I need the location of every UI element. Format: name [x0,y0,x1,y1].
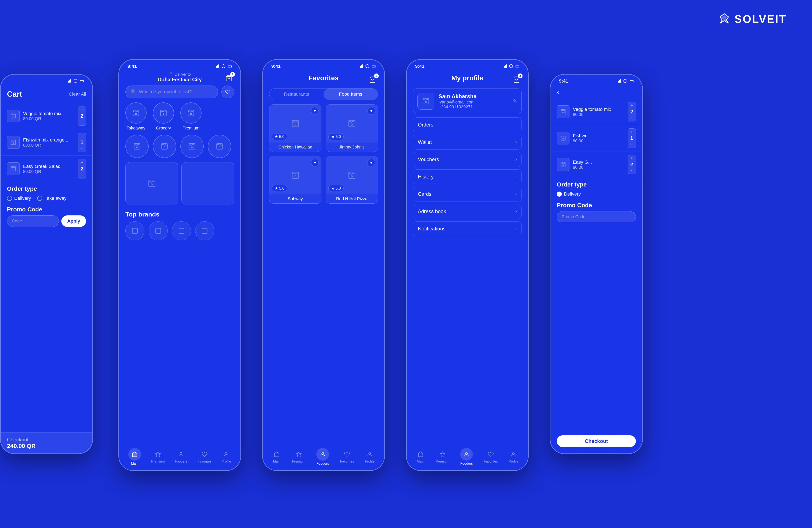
brand-4[interactable] [195,221,214,240]
heart-icon-3[interactable]: ♥ [311,159,319,166]
food-card-1[interactable]: ♥ ★ 5.0 Chicken Hawaiian [269,104,321,152]
brand-2[interactable] [149,221,168,240]
menu-address-book[interactable]: Adress book › [413,204,522,219]
heart-icon-1[interactable]: ♥ [311,107,319,115]
takeaway-radio[interactable] [37,196,42,201]
nav-favs-fooders[interactable]: Fooders [316,448,329,466]
svg-point-51 [563,138,564,139]
menu-orders[interactable]: Orders › [413,117,522,132]
nav-profile[interactable]: Profile [222,450,231,463]
qty2-plus-1[interactable]: + [630,104,633,108]
qty-value-2: 1 [81,139,83,145]
delivery2-option[interactable]: Delivery [557,191,581,197]
nav-main[interactable]: Main [128,448,141,466]
story-3[interactable] [180,135,204,158]
promo2-input[interactable]: Promo Code [557,211,636,222]
rating-badge-3: ★ 5.0 [272,185,287,192]
menu-wallet[interactable]: Wallet › [413,135,522,150]
item2-name-2: Fishwi... [573,133,624,138]
brand-1[interactable] [126,221,144,240]
tab-food-items[interactable]: Food Items [323,89,378,100]
brand-3[interactable] [172,221,191,240]
cart-icon-profile[interactable]: 3 [511,74,522,85]
item-name-3: Easy Greek Salad [23,164,74,169]
takeaway-option[interactable]: Take away [37,196,67,201]
story-1[interactable] [126,135,149,158]
qty-plus-3[interactable]: + [81,161,83,165]
qty2-minus-1[interactable]: - [631,116,632,120]
category-grocery[interactable]: Grocery [153,103,174,131]
qty2-plus-3[interactable]: + [630,156,633,161]
status-bar-favs: 9:41 ⬡ ▭ [263,60,384,71]
qty-minus-3[interactable]: - [81,172,83,177]
nav-fooders[interactable]: Fooders [175,450,187,463]
qty2-minus-3[interactable]: - [631,168,632,173]
menu-cards[interactable]: Cards › [413,187,522,201]
heart-icon-4[interactable]: ♥ [367,159,375,166]
svg-marker-39 [296,452,301,456]
cart-icon-main[interactable]: 3 [223,73,234,84]
heart-icon-2[interactable]: ♥ [367,107,375,115]
nav-favs-favorites[interactable]: Favorites [340,450,354,463]
nav-prof-fooders[interactable]: Fooders [460,448,473,466]
cart-icon-favs[interactable]: 3 [367,74,378,85]
qty-minus-1[interactable]: - [81,120,83,124]
food-card-4[interactable]: ♥ ★ 5.0 Red N Hot Pizza [325,156,378,203]
battery-icon-profile: ▭ [515,63,520,69]
nav-prof-premium[interactable]: Premium [436,450,449,463]
edit-profile-icon[interactable]: ✎ [513,98,517,104]
qty-plus-1[interactable]: + [81,108,83,112]
item2-image-3 [557,158,569,171]
search-bar[interactable]: 🔍 What do you want to eat? [126,86,218,98]
tab-restaurants[interactable]: Restaurants [270,89,323,100]
qty2-stepper-1[interactable]: + 2 - [628,102,636,121]
nav-favorites[interactable]: Favorites [198,450,212,463]
story-2[interactable] [153,135,176,158]
menu-notifications[interactable]: Notifications › [413,221,522,236]
apply-button[interactable]: Apply [61,215,86,227]
back-button[interactable]: ‹ [550,86,642,99]
clear-all-button[interactable]: Clear All [69,91,86,97]
delivery-option[interactable]: Delivery [7,196,31,201]
phone-cart2: 9:41 ⬡ ▭ ‹ Veggie tomato mix 80.00 + 2 - [550,74,643,454]
category-premium[interactable]: Premium [180,103,202,131]
checkout2-button[interactable]: Checkout [557,435,636,447]
qty-stepper-1[interactable]: + 2 - [78,106,86,126]
qty-stepper-3[interactable]: + 2 - [78,159,86,179]
wifi-icon: ⬡ [73,78,77,84]
address-arrow: › [515,209,517,214]
qty2-plus-2[interactable]: + [630,130,633,134]
qty-minus-2[interactable]: - [81,146,83,151]
promo-input[interactable]: Code [7,215,59,227]
promo2-label: Promo Code [557,202,636,209]
rating-badge-1: ★ 5.0 [272,133,287,140]
qty2-minus-2[interactable]: - [631,142,632,146]
nav-favs-main[interactable]: Main [273,450,281,463]
favorites-button[interactable] [221,86,234,98]
brands-row [119,221,241,240]
qty-stepper-2[interactable]: + 1 - [78,133,86,152]
story-4[interactable] [208,135,231,158]
banner-card-1[interactable] [126,162,178,205]
cart-count-favs: 3 [374,74,379,78]
nav-prof-favorites[interactable]: Favorites [484,450,498,463]
nav-premium[interactable]: Premium [151,450,165,463]
food-card-3[interactable]: ♥ ★ 5.0 Subway [269,156,321,203]
signal-icon [68,78,71,84]
menu-history[interactable]: History › [413,169,522,184]
promo-placeholder: Code [12,218,22,223]
cart-title: Cart [7,90,22,99]
banner-card-2[interactable] [182,162,234,205]
delivery-radio[interactable] [7,196,12,201]
nav-favs-premium[interactable]: Premium [292,450,306,463]
delivery2-radio[interactable] [557,192,562,197]
food-card-2[interactable]: ♥ ★ 5.0 Jimmy John's [325,104,378,152]
menu-vouchers[interactable]: Vouchers › [413,152,522,167]
nav-favs-profile[interactable]: Profile [365,450,375,463]
qty2-stepper-3[interactable]: + 2 - [628,155,636,174]
nav-prof-main[interactable]: Main [416,450,425,463]
nav-prof-profile[interactable]: Profile [509,450,518,463]
qty2-stepper-2[interactable]: + 1 - [628,129,636,148]
qty-plus-2[interactable]: + [81,134,83,138]
category-takeaway[interactable]: Takeaway [126,103,147,131]
